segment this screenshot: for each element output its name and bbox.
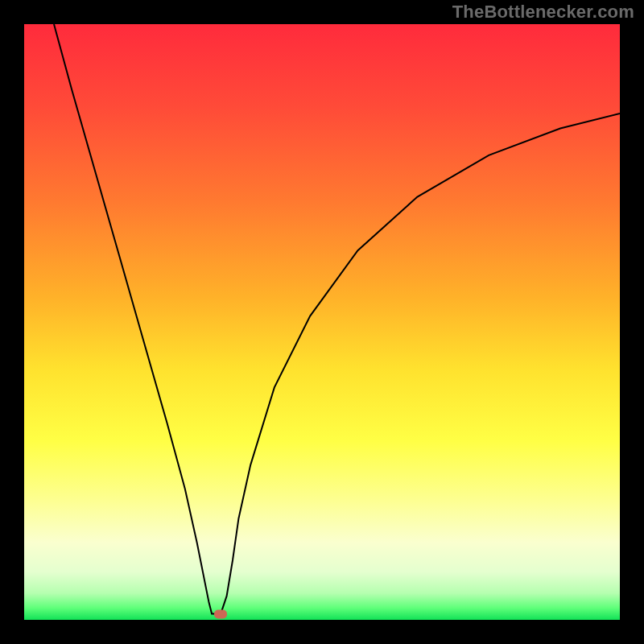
plot-area <box>24 24 620 620</box>
minimum-marker <box>214 609 227 618</box>
plot-svg <box>24 24 620 620</box>
chart-frame: TheBottlenecker.com <box>0 0 644 644</box>
watermark-label: TheBottlenecker.com <box>452 2 634 23</box>
gradient-rect <box>24 24 620 620</box>
